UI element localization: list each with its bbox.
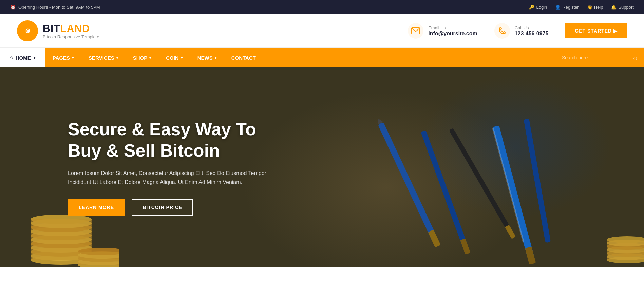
phone-icon <box>494 23 510 39</box>
svg-rect-30 <box>525 246 536 264</box>
svg-rect-39 <box>607 240 644 260</box>
nav-news[interactable]: NEWS ▾ <box>190 48 224 67</box>
hero-buttons: LEARN MORE BITCOIN PRICE <box>68 199 271 216</box>
email-contact: Email Us info@yoursite.com <box>408 23 477 39</box>
svg-rect-31 <box>524 118 551 243</box>
home-icon: ⌂ <box>10 55 13 61</box>
logo-name: BITLAND <box>43 23 99 34</box>
nav-pages[interactable]: PAGES ▾ <box>45 48 81 67</box>
logo: ⊗ BITLAND Bitcoin Responsive Template <box>17 20 99 41</box>
opening-hours-area: Opening Hours - Mon to Sat: 9AM to 5PM <box>10 5 100 10</box>
support-icon <box>611 5 617 10</box>
register-link[interactable]: Register <box>555 5 579 10</box>
search-input[interactable] <box>562 55 630 60</box>
news-arrow: ▾ <box>215 56 216 60</box>
svg-text:⊗: ⊗ <box>25 27 30 34</box>
bitcoin-price-button[interactable]: BITCOIN PRICE <box>132 199 193 216</box>
site-header: ⊗ BITLAND Bitcoin Responsive Template Em… <box>0 14 644 48</box>
help-link[interactable]: Help <box>587 5 603 10</box>
nav-services[interactable]: SERVICES ▾ <box>81 48 126 67</box>
svg-rect-28 <box>492 125 534 258</box>
phone-value: 123-456-0975 <box>515 31 549 37</box>
email-value: info@yoursite.com <box>428 31 477 37</box>
hero-coins-right-svg <box>576 131 644 267</box>
phone-label: Call Us <box>515 25 549 31</box>
hero-section: Secure & Easy Way To Buy & Sell Bitcoin … <box>0 67 644 267</box>
shop-arrow: ▾ <box>149 56 151 60</box>
clock-icon <box>10 5 16 10</box>
svg-rect-20 <box>78 252 119 265</box>
logo-text: BITLAND Bitcoin Responsive Template <box>43 23 99 39</box>
hero-content: Secure & Easy Way To Buy & Sell Bitcoin … <box>0 119 271 215</box>
hero-subtitle: Lorem Ipsum Dolor Sit Amet, Consectetur … <box>68 168 271 187</box>
nav-home[interactable]: ⌂ HOME ▾ <box>0 48 45 67</box>
top-bar: Opening Hours - Mon to Sat: 9AM to 5PM L… <box>0 0 644 14</box>
phone-info: Call Us 123-456-0975 <box>515 25 549 37</box>
logo-icon: ⊗ <box>17 20 38 41</box>
nav-coin[interactable]: COIN ▾ <box>158 48 190 67</box>
nav-search-area: ⌕ <box>555 54 644 62</box>
help-icon <box>587 5 592 10</box>
top-bar-links: Login Register Help Support <box>529 5 634 10</box>
register-icon <box>555 5 561 10</box>
home-dropdown-arrow: ▾ <box>34 56 35 60</box>
svg-rect-25 <box>460 238 470 255</box>
svg-rect-27 <box>505 225 516 239</box>
services-arrow: ▾ <box>116 56 118 60</box>
main-navbar: ⌂ HOME ▾ PAGES ▾ SERVICES ▾ SHOP ▾ COIN … <box>0 48 644 67</box>
get-started-button[interactable]: GET STARTED ▶ <box>565 23 627 38</box>
search-icon[interactable]: ⌕ <box>633 54 637 62</box>
svg-rect-22 <box>428 229 440 247</box>
email-label: Email Us <box>428 25 477 31</box>
login-icon <box>529 5 534 10</box>
opening-hours-text: Opening Hours - Mon to Sat: 9AM to 5PM <box>18 5 100 10</box>
login-link[interactable]: Login <box>529 5 547 10</box>
email-info: Email Us info@yoursite.com <box>428 25 477 37</box>
logo-tagline: Bitcoin Responsive Template <box>43 34 99 39</box>
email-icon <box>408 23 423 39</box>
phone-contact: Call Us 123-456-0975 <box>494 23 549 39</box>
support-link[interactable]: Support <box>611 5 634 10</box>
pages-arrow: ▾ <box>72 56 74 60</box>
learn-more-button[interactable]: LEARN MORE <box>68 199 125 216</box>
hero-title: Secure & Easy Way To Buy & Sell Bitcoin <box>68 119 271 161</box>
nav-contact[interactable]: CONTACT <box>224 48 263 67</box>
header-contact-area: Email Us info@yoursite.com Call Us 123-4… <box>408 23 627 39</box>
hero-pens-svg <box>339 118 576 267</box>
coin-arrow: ▾ <box>181 56 183 60</box>
nav-shop[interactable]: SHOP ▾ <box>126 48 159 67</box>
